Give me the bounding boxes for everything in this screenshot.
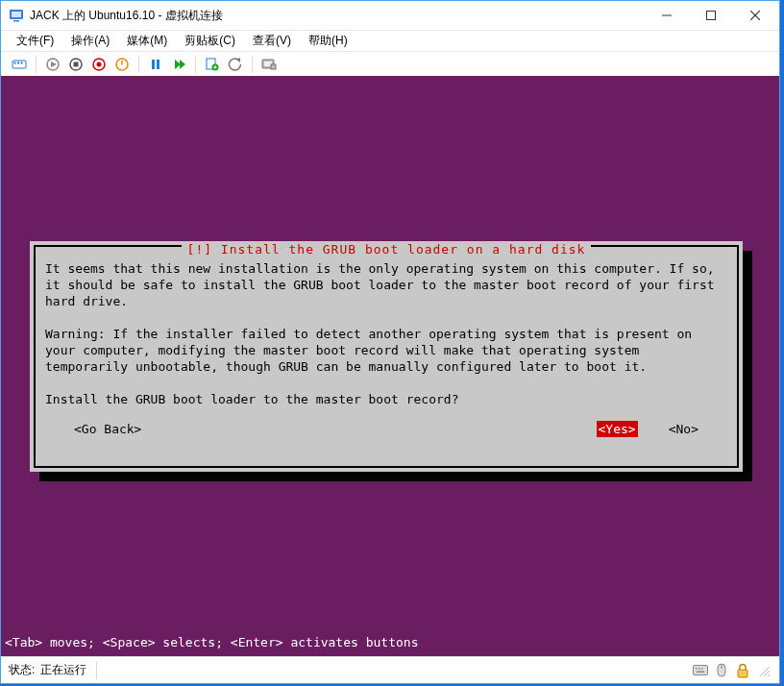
minimize-button[interactable] — [645, 2, 689, 30]
lock-icon — [735, 663, 750, 678]
keyboard-icon — [693, 663, 708, 678]
vm-connect-window: JACK 上的 Ubuntu16.10 - 虚拟机连接 文件(F) 操作(A) … — [0, 0, 780, 684]
svg-rect-8 — [14, 61, 16, 63]
svg-rect-38 — [738, 670, 747, 677]
status-value: 正在运行 — [40, 662, 86, 678]
titlebar: JACK 上的 Ubuntu16.10 - 虚拟机连接 — [1, 1, 779, 30]
menu-clipboard[interactable]: 剪贴板(C) — [179, 31, 241, 51]
shutdown-button[interactable] — [88, 54, 110, 75]
revert-button[interactable] — [225, 54, 246, 75]
dialog-title: [!] Install the GRUB boot loader on a ha… — [182, 241, 592, 257]
pause-button[interactable] — [145, 54, 166, 75]
svg-marker-12 — [51, 61, 57, 67]
app-icon — [9, 8, 24, 23]
svg-rect-14 — [74, 61, 79, 66]
svg-marker-22 — [180, 60, 185, 69]
status-divider — [96, 662, 97, 679]
installer-dialog: [!] Install the GRUB boot loader on a ha… — [30, 241, 743, 472]
statusbar: 状态: 正在运行 — [1, 656, 779, 683]
svg-rect-19 — [152, 60, 155, 69]
enhanced-session-button[interactable] — [258, 54, 280, 75]
window-title: JACK 上的 Ubuntu16.10 - 虚拟机连接 — [30, 8, 645, 24]
svg-rect-4 — [707, 12, 716, 20]
toolbar — [1, 51, 779, 76]
menu-view[interactable]: 查看(V) — [247, 31, 297, 51]
menu-file[interactable]: 文件(F) — [11, 31, 60, 51]
ctrl-alt-del-button[interactable] — [9, 54, 30, 75]
dialog-body: It seems that this new installation is t… — [45, 260, 727, 407]
menu-action[interactable]: 操作(A) — [65, 31, 115, 51]
svg-rect-20 — [157, 60, 159, 69]
nav-hint: <Tab> moves; <Space> selects; <Enter> ac… — [5, 634, 418, 650]
yes-button[interactable]: <Yes> — [597, 421, 638, 437]
svg-rect-10 — [21, 61, 23, 63]
svg-rect-31 — [694, 665, 708, 674]
toolbar-separator — [195, 56, 196, 73]
turn-off-button[interactable] — [65, 54, 86, 75]
svg-rect-9 — [17, 61, 19, 63]
svg-rect-1 — [12, 12, 21, 17]
go-back-button[interactable]: <Go Back> — [74, 421, 141, 437]
mouse-icon — [714, 663, 729, 678]
svg-rect-34 — [701, 668, 703, 670]
no-button[interactable]: <No> — [669, 421, 698, 437]
snapshot-button[interactable] — [202, 54, 223, 75]
dialog-inner: [!] Install the GRUB boot loader on a ha… — [39, 251, 733, 462]
toolbar-separator — [36, 56, 37, 73]
close-button[interactable] — [733, 2, 777, 30]
status-label: 状态: — [9, 662, 35, 678]
svg-rect-35 — [697, 671, 704, 673]
svg-rect-30 — [271, 64, 276, 69]
svg-point-16 — [97, 61, 102, 66]
maximize-button[interactable] — [689, 2, 733, 30]
svg-rect-7 — [12, 61, 26, 68]
svg-rect-2 — [13, 20, 19, 22]
svg-rect-32 — [696, 668, 698, 670]
menu-help[interactable]: 帮助(H) — [303, 31, 354, 51]
reset-button[interactable] — [168, 54, 189, 75]
svg-line-41 — [768, 674, 770, 676]
save-state-button[interactable] — [111, 54, 133, 75]
start-button[interactable] — [42, 54, 63, 75]
toolbar-separator — [252, 56, 253, 73]
menubar: 文件(F) 操作(A) 媒体(M) 剪贴板(C) 查看(V) 帮助(H) — [1, 30, 779, 51]
vm-display[interactable]: [!] Install the GRUB boot loader on a ha… — [1, 76, 779, 656]
svg-rect-33 — [698, 668, 700, 670]
grip-icon — [756, 663, 772, 678]
menu-media[interactable]: 媒体(M) — [121, 31, 173, 51]
toolbar-separator — [138, 56, 139, 73]
